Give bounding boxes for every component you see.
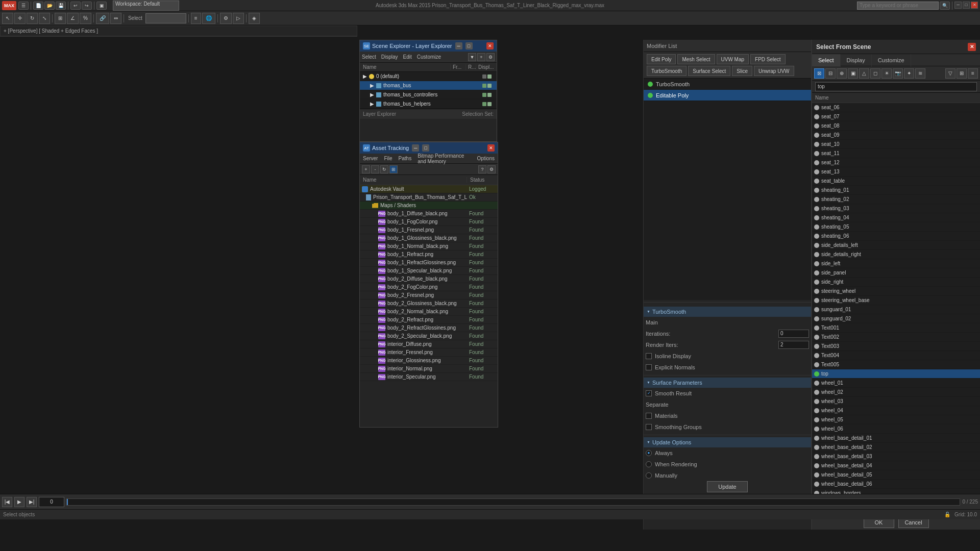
render-setup-button[interactable]: ⚙ — [220, 13, 232, 24]
se-filter-button[interactable]: ▼ — [468, 53, 476, 61]
select-by-name-input[interactable] — [145, 13, 186, 23]
name-row[interactable]: sunguard_01 — [812, 305, 980, 314]
name-row[interactable]: sheating_01 — [812, 186, 980, 195]
scene-explorer-header[interactable]: SE Scene Explorer - Layer Explorer ─ □ ✕ — [360, 40, 497, 52]
select-mode-button[interactable]: ↖ — [2, 13, 13, 24]
name-row[interactable]: sunguard_02 — [812, 314, 980, 323]
tab-select[interactable]: Select — [812, 54, 841, 66]
surface-select-button[interactable]: Surface Select — [688, 66, 730, 76]
scale-button[interactable]: ⤡ — [39, 13, 50, 24]
name-row[interactable]: seat_09 — [812, 131, 980, 140]
rp-helpers-button[interactable]: ✦ — [904, 68, 914, 79]
list-item[interactable]: PNG body_1_Refract.png Found — [360, 251, 498, 259]
name-row[interactable]: wheel_04 — [812, 406, 980, 415]
always-radio[interactable]: ● — [646, 450, 652, 456]
name-row[interactable]: wheel_base_detail_05 — [812, 470, 980, 480]
name-row[interactable]: Text002 — [812, 333, 980, 342]
uvw-map-button[interactable]: UVW Map — [717, 54, 749, 64]
new-button[interactable]: 📄 — [33, 2, 43, 10]
name-row[interactable]: wheel_03 — [812, 397, 980, 406]
list-item[interactable]: PNG interior_Normal.png Found — [360, 365, 498, 373]
render-iters-input[interactable] — [778, 341, 809, 349]
window-minimize-button[interactable]: ─ — [954, 2, 962, 9]
rp-search-input[interactable] — [815, 82, 977, 91]
list-item[interactable]: PNG body_2_Specular_black.png Found — [360, 332, 498, 340]
redo-button[interactable]: ↪ — [82, 2, 92, 10]
search-input[interactable] — [857, 2, 939, 10]
slice-button[interactable]: Slice — [732, 66, 752, 76]
name-row[interactable]: Text005 — [812, 360, 980, 369]
name-row[interactable]: sheating_04 — [812, 213, 980, 222]
iterations-input[interactable] — [778, 330, 809, 338]
at-options-menu[interactable]: Options — [477, 156, 495, 161]
se-display-menu[interactable]: Display — [381, 54, 398, 60]
mirror-button[interactable]: ⇔ — [110, 13, 121, 24]
se-layer-explorer-label[interactable]: Layer Explorer — [363, 111, 396, 117]
render-frame-button[interactable]: ▷ — [233, 13, 244, 24]
list-item[interactable]: PNG body_1_Normal_black.png Found — [360, 242, 498, 251]
at-bitmap-menu[interactable]: Bitmap Performance and Memory — [418, 153, 471, 164]
list-item[interactable]: Autodesk Vault Logged — [360, 185, 498, 193]
name-row[interactable]: wheel_base_detail_06 — [812, 480, 980, 489]
list-item[interactable]: PNG interior_Specular.png Found — [360, 373, 498, 381]
menu-button[interactable]: ☰ — [18, 2, 29, 10]
name-row[interactable]: steering_wheel_base — [812, 296, 980, 305]
undo-button[interactable]: ↩ — [70, 2, 81, 10]
se-row[interactable]: ▶ thomas_bus_controllers — [360, 90, 497, 99]
list-item[interactable]: PNG body_1_Glossiness_black.png Found — [360, 234, 498, 242]
modifier-stack-item-turbosmooth[interactable]: TurboSmooth — [644, 79, 811, 90]
tab-display[interactable]: Display — [841, 54, 872, 66]
name-row[interactable]: seat_table — [812, 177, 980, 186]
se-row[interactable]: ▶ thomas_bus_helpers — [360, 99, 497, 109]
list-item[interactable]: PNG body_2_Fresnel.png Found — [360, 291, 498, 299]
list-item[interactable]: PNG interior_Fresnel.png Found — [360, 348, 498, 357]
window-close-button[interactable]: ✕ — [971, 2, 978, 9]
at-remove-button[interactable]: - — [371, 165, 379, 173]
edit-poly-button[interactable]: Edit Poly — [647, 54, 676, 64]
at-add-button[interactable]: + — [362, 165, 370, 173]
at-file-menu[interactable]: File — [384, 156, 392, 161]
asset-tracking-close-button[interactable]: ✕ — [487, 144, 495, 152]
name-row[interactable]: seat_12 — [812, 158, 980, 167]
name-row[interactable]: seat_10 — [812, 140, 980, 149]
name-row[interactable]: sheating_02 — [812, 195, 980, 204]
layer-manager-button[interactable]: ≡ — [191, 13, 201, 24]
search-icon[interactable]: 🔍 — [940, 2, 950, 10]
se-row[interactable]: ▶ 0 (default) — [360, 72, 497, 81]
at-grid-button[interactable]: ⊞ — [389, 165, 398, 173]
se-selection-set-label[interactable]: Selection Set: — [462, 111, 494, 117]
at-options-icon-button[interactable]: ? — [478, 165, 486, 173]
se-row[interactable]: ▶ thomas_bus — [360, 81, 497, 90]
name-row[interactable]: seat_07 — [812, 112, 980, 121]
name-row[interactable]: top — [812, 369, 980, 379]
timeline-slider[interactable] — [66, 498, 960, 506]
scene-explorer-close-button[interactable]: ✕ — [486, 42, 494, 49]
window-maximize-button[interactable]: □ — [963, 2, 970, 9]
name-row[interactable]: seat_06 — [812, 103, 980, 112]
name-row[interactable]: Text001 — [812, 323, 980, 333]
rp-cameras-button[interactable]: 📷 — [893, 68, 903, 79]
explicit-normals-checkbox[interactable] — [646, 364, 652, 370]
modifier-stack-item-editable-poly[interactable]: Editable Poly — [644, 90, 811, 101]
move-button[interactable]: ✛ — [14, 13, 26, 24]
list-item[interactable]: PNG body_1_FogColor.png Found — [360, 218, 498, 226]
list-item[interactable]: PNG body_1_RefractGlossines.png Found — [360, 259, 498, 267]
name-row[interactable]: sheating_06 — [812, 232, 980, 241]
timeline-prev-button[interactable]: |◀ — [2, 497, 12, 507]
current-frame-input[interactable] — [39, 497, 64, 507]
name-row[interactable]: steering_wheel — [812, 287, 980, 296]
rp-shapes-button[interactable]: ◻ — [870, 68, 880, 79]
rp-spacewarps-button[interactable]: ≋ — [915, 68, 925, 79]
snap-button[interactable]: ⊞ — [55, 13, 66, 24]
list-item[interactable]: Prison_Transport_Bus_Thomas_Saf_T_Liner_… — [360, 193, 498, 202]
timeline-play-button[interactable]: ▶ — [14, 497, 24, 507]
name-row[interactable]: wheel_06 — [812, 424, 980, 434]
isoline-checkbox[interactable] — [646, 353, 652, 359]
list-item[interactable]: PNG body_1_Diffuse_black.png Found — [360, 210, 498, 218]
save-button[interactable]: 💾 — [56, 2, 66, 10]
se-select-menu[interactable]: Select — [362, 54, 376, 60]
render-button[interactable]: ▣ — [96, 2, 107, 10]
asset-tracking-minimize-button[interactable]: ─ — [412, 144, 419, 152]
name-row[interactable]: sheating_03 — [812, 204, 980, 213]
name-row[interactable]: Text004 — [812, 351, 980, 360]
